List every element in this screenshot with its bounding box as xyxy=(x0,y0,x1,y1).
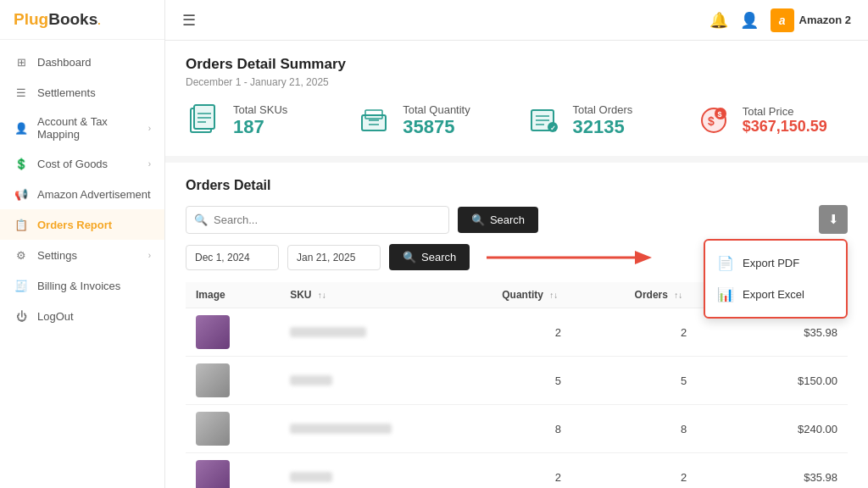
product-image xyxy=(196,363,230,397)
cell-image xyxy=(186,453,280,489)
col-image: Image xyxy=(186,282,280,308)
export-excel-label: Export Excel xyxy=(743,288,804,301)
sidebar-item-label: Cost of Goods xyxy=(37,158,148,170)
table-row: 8 8 $240.00 xyxy=(186,405,848,453)
card-price-value: $367,150.59 xyxy=(743,118,827,136)
logout-icon: ⏻ xyxy=(14,308,29,324)
sidebar-item-label: Settlements xyxy=(37,86,151,99)
sidebar-item-logout[interactable]: ⏻ LogOut xyxy=(0,301,164,331)
top-bar-right: 🔔 👤 a Amazon 2 xyxy=(709,8,851,32)
logo-plug: Plug xyxy=(14,10,48,28)
qty-sort-icon: ↑↓ xyxy=(549,291,558,300)
chevron-icon: › xyxy=(148,159,151,169)
date-search-button[interactable]: 🔍 Search xyxy=(389,244,470,270)
sidebar-item-label: Billing & Invoices xyxy=(37,280,151,292)
product-image xyxy=(196,315,230,349)
cell-image xyxy=(186,357,280,405)
cell-orders: 8 xyxy=(625,405,743,453)
table-row: 5 5 $150.00 xyxy=(186,357,848,405)
sidebar-item-amazon-advertisement[interactable]: 📢 Amazon Advertisement xyxy=(0,179,164,209)
card-skus-label: Total SKUs xyxy=(233,103,287,116)
orders-count-icon: ✓ xyxy=(526,102,563,139)
orders-section: Orders Detail 🔍 🔍 Search ⬇ xyxy=(165,163,868,488)
card-skus-text: Total SKUs 187 xyxy=(233,103,287,138)
cell-price: $150.00 xyxy=(743,357,848,405)
cell-image xyxy=(186,405,280,453)
summary-section: Orders Detail Summary December 1 - Janua… xyxy=(165,41,868,156)
card-orders-label: Total Orders xyxy=(573,103,633,116)
sku-sort-icon: ↑↓ xyxy=(318,291,326,300)
chevron-icon: › xyxy=(148,251,151,260)
svg-text:✓: ✓ xyxy=(550,125,556,132)
cell-quantity: 8 xyxy=(492,405,624,453)
col-sku[interactable]: SKU ↑↓ xyxy=(280,282,492,308)
card-qty-text: Total Quantity 35875 xyxy=(403,103,470,138)
card-qty-label: Total Quantity xyxy=(403,103,470,116)
orders-icon: 📋 xyxy=(14,217,29,232)
sidebar-item-label: Account & Tax Mapping xyxy=(37,115,148,141)
logo: PlugBooks. xyxy=(0,0,164,40)
amazon-logo: a xyxy=(771,8,794,32)
svg-text:$: $ xyxy=(708,114,715,128)
svg-rect-1 xyxy=(194,105,214,129)
product-image xyxy=(196,460,230,488)
sidebar-item-orders-report[interactable]: 📋 Orders Report xyxy=(0,209,164,240)
account-icon: 👤 xyxy=(14,120,29,136)
sidebar-item-billing-invoices[interactable]: 🧾 Billing & Invoices xyxy=(0,270,164,301)
svg-marker-20 xyxy=(635,251,652,264)
sidebar-item-label: Settings xyxy=(37,249,148,262)
search-btn-label: Search xyxy=(490,214,525,226)
card-price-label: Total Price xyxy=(743,105,827,118)
settlements-icon: ☰ xyxy=(14,85,29,100)
cell-quantity: 2 xyxy=(492,453,624,489)
cell-sku xyxy=(280,308,492,357)
search-button[interactable]: 🔍 Search xyxy=(458,207,538,233)
sidebar-item-settings[interactable]: ⚙ Settings › xyxy=(0,240,164,270)
date-from-input[interactable] xyxy=(186,245,279,270)
summary-date: December 1 - January 21, 2025 xyxy=(186,76,848,88)
sku-value xyxy=(290,424,392,434)
card-total-orders: ✓ Total Orders 32135 xyxy=(526,102,678,139)
cell-quantity: 5 xyxy=(492,357,624,405)
cell-orders: 2 xyxy=(625,453,743,489)
cost-icon: 💲 xyxy=(14,156,29,171)
export-pdf-item[interactable]: 📄 Export PDF xyxy=(705,247,846,279)
sku-value xyxy=(290,327,366,337)
sidebar-item-account-tax[interactable]: 👤 Account & Tax Mapping › xyxy=(0,108,164,148)
orders-detail-title: Orders Detail xyxy=(186,178,848,193)
hamburger-button[interactable]: ☰ xyxy=(182,11,196,30)
export-popup: 📄 Export PDF 📊 Export Excel xyxy=(704,239,848,319)
excel-icon: 📊 xyxy=(717,286,734,302)
bell-icon[interactable]: 🔔 xyxy=(709,11,728,30)
user-icon[interactable]: 👤 xyxy=(740,11,759,30)
chevron-icon: › xyxy=(148,124,151,133)
search-input-wrap: 🔍 xyxy=(186,206,449,234)
card-total-skus: Total SKUs 187 xyxy=(186,102,338,139)
export-excel-item[interactable]: 📊 Export Excel xyxy=(705,279,846,310)
search-input[interactable] xyxy=(186,206,449,234)
sidebar-item-cost-of-goods[interactable]: 💲 Cost of Goods › xyxy=(0,148,164,179)
sidebar: PlugBooks. ⊞ Dashboard ☰ Settlements 👤 A… xyxy=(0,0,165,488)
amazon-label: Amazon 2 xyxy=(799,14,851,26)
top-bar: ☰ 🔔 👤 a Amazon 2 xyxy=(165,0,868,41)
skus-icon xyxy=(186,102,223,139)
date-to-input[interactable] xyxy=(287,245,381,270)
cell-sku xyxy=(280,453,492,489)
card-orders-value: 32135 xyxy=(573,116,633,138)
product-image xyxy=(196,412,230,446)
col-quantity[interactable]: Quantity ↑↓ xyxy=(492,282,624,308)
date-search-icon: 🔍 xyxy=(403,251,416,263)
table-row: 2 2 $35.98 xyxy=(186,453,848,489)
sidebar-item-settlements[interactable]: ☰ Settlements xyxy=(0,77,164,108)
card-total-price: $ $ Total Price $367,150.59 xyxy=(695,102,848,139)
cell-orders: 5 xyxy=(625,357,743,405)
sidebar-item-dashboard[interactable]: ⊞ Dashboard xyxy=(0,47,164,77)
date-search-label: Search xyxy=(421,251,456,263)
download-button[interactable]: ⬇ xyxy=(819,205,848,234)
cell-sku xyxy=(280,357,492,405)
orders-sort-icon: ↑↓ xyxy=(674,291,682,300)
download-icon: ⬇ xyxy=(828,212,839,227)
card-orders-text: Total Orders 32135 xyxy=(573,103,633,138)
amazon-account: a Amazon 2 xyxy=(771,8,851,32)
export-pdf-label: Export PDF xyxy=(743,257,799,269)
